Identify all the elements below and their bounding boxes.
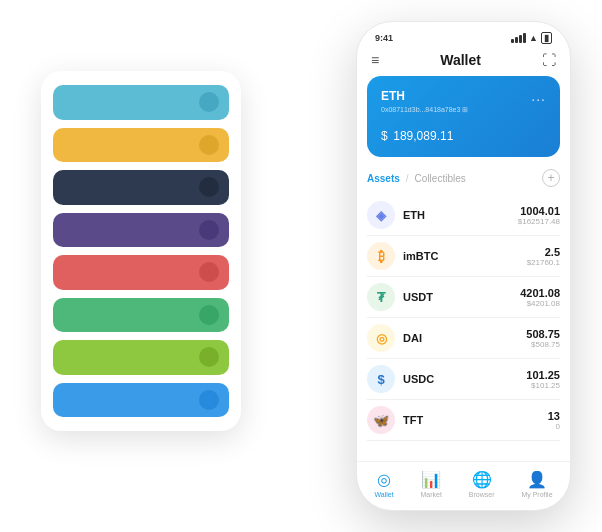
token-icon-usdt: ₮ (367, 283, 395, 311)
page-title: Wallet (440, 52, 481, 68)
nav-item-browser[interactable]: 🌐Browser (469, 470, 495, 498)
eth-address: 0x08711d3b...8418a78e3 ⊞ (381, 106, 546, 114)
token-item[interactable]: 🦋TFT130 (367, 400, 560, 441)
color-strip-6 (53, 340, 229, 375)
token-amounts-tft: 130 (548, 410, 560, 431)
nav-icon-my-profile: 👤 (527, 470, 547, 489)
status-bar: 9:41 ▲ ▮ (357, 22, 570, 48)
eth-card[interactable]: ETH ... 0x08711d3b...8418a78e3 ⊞ $ 189,0… (367, 76, 560, 157)
strip-dot-7 (199, 390, 219, 410)
nav-icon-wallet: ◎ (377, 470, 391, 489)
strip-dot-4 (199, 262, 219, 282)
battery-icon: ▮ (541, 32, 552, 44)
token-usd-usdt: $4201.08 (520, 299, 560, 308)
eth-balance: $ 189,089.11 (381, 122, 546, 145)
token-item[interactable]: ◎DAI508.75$508.75 (367, 318, 560, 359)
nav-icon-market: 📊 (421, 470, 441, 489)
color-strip-1 (53, 128, 229, 163)
nav-icon-browser: 🌐 (472, 470, 492, 489)
token-name-eth: ETH (403, 209, 518, 221)
phone-content: ETH ... 0x08711d3b...8418a78e3 ⊞ $ 189,0… (357, 76, 570, 461)
token-item[interactable]: $USDC101.25$101.25 (367, 359, 560, 400)
token-name-usdc: USDC (403, 373, 526, 385)
token-amounts-usdt: 4201.08$4201.08 (520, 287, 560, 308)
token-item[interactable]: ₮USDT4201.08$4201.08 (367, 277, 560, 318)
token-icon-dai: ◎ (367, 324, 395, 352)
token-balance-imbtc: 2.5 (527, 246, 560, 258)
token-name-dai: DAI (403, 332, 526, 344)
strip-dot-1 (199, 135, 219, 155)
nav-label-my-profile: My Profile (521, 491, 552, 498)
currency-symbol: $ (381, 129, 388, 143)
token-balance-eth: 1004.01 (518, 205, 560, 217)
color-strip-7 (53, 383, 229, 418)
collectibles-tab[interactable]: Collectibles (415, 173, 466, 184)
color-strip-3 (53, 213, 229, 248)
token-icon-tft: 🦋 (367, 406, 395, 434)
token-amounts-dai: 508.75$508.75 (526, 328, 560, 349)
phone-header: ≡ Wallet ⛶ (357, 48, 570, 76)
nav-item-market[interactable]: 📊Market (421, 470, 442, 498)
eth-amount-value: 189,089.11 (393, 129, 453, 143)
wifi-icon: ▲ (529, 33, 538, 43)
bg-card (41, 71, 241, 431)
strip-dot-0 (199, 92, 219, 112)
tab-separator: / (406, 173, 409, 184)
strip-dot-3 (199, 220, 219, 240)
token-usd-eth: $162517.48 (518, 217, 560, 226)
token-usd-imbtc: $21760.1 (527, 258, 560, 267)
token-balance-tft: 13 (548, 410, 560, 422)
nav-item-wallet[interactable]: ◎Wallet (374, 470, 393, 498)
nav-label-wallet: Wallet (374, 491, 393, 498)
time-display: 9:41 (375, 33, 393, 43)
token-list: ◈ETH1004.01$162517.48₿imBTC2.5$21760.1₮U… (367, 195, 560, 461)
assets-header: Assets / Collectibles + (367, 169, 560, 187)
token-icon-imbtc: ₿ (367, 242, 395, 270)
strip-dot-6 (199, 347, 219, 367)
strip-dot-5 (199, 305, 219, 325)
token-name-tft: TFT (403, 414, 548, 426)
strip-dot-2 (199, 177, 219, 197)
token-usd-tft: 0 (548, 422, 560, 431)
eth-card-label: ETH (381, 89, 405, 103)
phone-frame: 9:41 ▲ ▮ ≡ Wallet ⛶ ETH (356, 21, 571, 511)
token-icon-eth: ◈ (367, 201, 395, 229)
token-usd-usdc: $101.25 (526, 381, 560, 390)
nav-item-my-profile[interactable]: 👤My Profile (521, 470, 552, 498)
token-amounts-imbtc: 2.5$21760.1 (527, 246, 560, 267)
token-name-imbtc: imBTC (403, 250, 527, 262)
color-strip-0 (53, 85, 229, 120)
nav-label-market: Market (421, 491, 442, 498)
token-usd-dai: $508.75 (526, 340, 560, 349)
token-balance-usdc: 101.25 (526, 369, 560, 381)
eth-card-menu[interactable]: ... (531, 88, 546, 104)
assets-tab[interactable]: Assets (367, 173, 400, 184)
menu-icon[interactable]: ≡ (371, 52, 379, 68)
bottom-nav: ◎Wallet📊Market🌐Browser👤My Profile (357, 461, 570, 510)
color-strip-2 (53, 170, 229, 205)
token-amounts-eth: 1004.01$162517.48 (518, 205, 560, 226)
token-item[interactable]: ◈ETH1004.01$162517.48 (367, 195, 560, 236)
token-name-usdt: USDT (403, 291, 520, 303)
token-amounts-usdc: 101.25$101.25 (526, 369, 560, 390)
nav-label-browser: Browser (469, 491, 495, 498)
add-asset-button[interactable]: + (542, 169, 560, 187)
token-balance-usdt: 4201.08 (520, 287, 560, 299)
color-strip-5 (53, 298, 229, 333)
scene: 9:41 ▲ ▮ ≡ Wallet ⛶ ETH (11, 11, 591, 521)
token-item[interactable]: ₿imBTC2.5$21760.1 (367, 236, 560, 277)
token-icon-usdc: $ (367, 365, 395, 393)
color-strip-4 (53, 255, 229, 290)
token-balance-dai: 508.75 (526, 328, 560, 340)
scan-icon[interactable]: ⛶ (542, 52, 556, 68)
status-icons: ▲ ▮ (511, 32, 552, 44)
